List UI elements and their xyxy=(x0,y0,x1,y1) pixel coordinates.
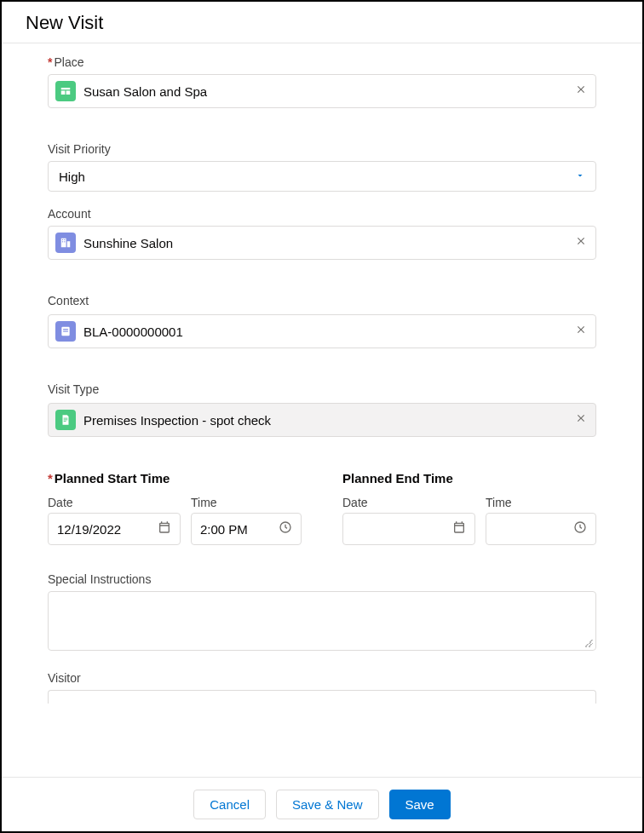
clear-place-icon[interactable] xyxy=(575,83,587,99)
special-instructions-textarea[interactable] xyxy=(48,591,596,651)
lookup-context[interactable]: BLA-0000000001 xyxy=(48,314,596,348)
svg-rect-6 xyxy=(63,330,68,331)
cancel-button[interactable]: Cancel xyxy=(193,790,266,819)
required-indicator: * xyxy=(48,471,53,485)
form-body: *Place Susan Salon and Spa Visit Priorit… xyxy=(2,43,642,771)
label-special-instructions: Special Instructions xyxy=(48,572,596,586)
svg-rect-7 xyxy=(64,418,68,419)
end-time-input-wrap[interactable] xyxy=(486,513,596,545)
svg-rect-8 xyxy=(64,419,68,420)
field-place: *Place Susan Salon and Spa xyxy=(48,55,596,108)
svg-rect-3 xyxy=(64,241,65,242)
planned-start-col: *Planned Start Time Date Time xyxy=(48,471,302,545)
field-visit-type: Visit Type Premises Inspection - spot ch… xyxy=(48,382,596,437)
field-visit-priority: Visit Priority High xyxy=(48,142,596,192)
save-button[interactable]: Save xyxy=(389,790,451,819)
field-special-instructions: Special Instructions xyxy=(48,572,596,651)
svg-rect-5 xyxy=(63,329,68,330)
account-value: Sunshine Salon xyxy=(83,236,173,250)
label-visitor: Visitor xyxy=(48,671,596,685)
place-record-icon xyxy=(55,81,76,101)
start-time-input-wrap[interactable] xyxy=(191,513,302,545)
place-value: Susan Salon and Spa xyxy=(83,84,207,99)
planned-end-heading: Planned End Time xyxy=(342,471,596,485)
lookup-visitor[interactable] xyxy=(48,690,596,704)
clear-account-icon[interactable] xyxy=(575,235,587,250)
priority-value: High xyxy=(59,169,85,184)
calendar-icon[interactable] xyxy=(452,520,466,537)
select-visit-priority[interactable]: High xyxy=(48,161,596,192)
label-place: *Place xyxy=(48,55,596,69)
account-record-icon xyxy=(55,233,76,253)
dropdown-caret-icon xyxy=(575,169,585,184)
field-account: Account Sunshine Salon xyxy=(48,207,596,260)
svg-rect-1 xyxy=(64,239,65,240)
planned-start-heading: *Planned Start Time xyxy=(48,471,302,485)
modal-title: New Visit xyxy=(26,12,618,34)
lookup-place[interactable]: Susan Salon and Spa xyxy=(48,74,596,108)
svg-rect-0 xyxy=(62,239,63,240)
end-date-input[interactable] xyxy=(352,522,447,537)
save-and-new-button[interactable]: Save & New xyxy=(276,790,379,819)
start-date-input[interactable] xyxy=(57,522,152,537)
field-context: Context BLA-0000000001 xyxy=(48,294,596,348)
clear-visit-type-icon[interactable] xyxy=(575,412,587,428)
label-visit-type: Visit Type xyxy=(48,382,596,396)
svg-rect-2 xyxy=(62,241,63,242)
end-date-input-wrap[interactable] xyxy=(342,513,475,545)
clock-icon[interactable] xyxy=(573,520,587,537)
visit-type-value: Premises Inspection - spot check xyxy=(83,413,271,428)
context-record-icon xyxy=(55,321,76,342)
end-time-label: Time xyxy=(486,496,596,509)
start-date-label: Date xyxy=(48,496,181,509)
start-time-input[interactable] xyxy=(200,522,273,537)
modal-footer: Cancel Save & New Save xyxy=(2,777,642,831)
required-indicator: * xyxy=(48,55,52,69)
visit-type-record-icon xyxy=(55,410,76,430)
label-context: Context xyxy=(48,294,596,307)
lookup-visit-type[interactable]: Premises Inspection - spot check xyxy=(48,403,596,437)
calendar-icon[interactable] xyxy=(158,520,171,537)
end-time-input[interactable] xyxy=(495,522,568,537)
planned-end-col: Planned End Time Date Time xyxy=(342,471,596,545)
start-date-input-wrap[interactable] xyxy=(48,513,181,545)
clear-context-icon[interactable] xyxy=(575,324,587,339)
label-visit-priority: Visit Priority xyxy=(48,142,596,156)
end-date-label: Date xyxy=(342,496,475,509)
planned-times-row: *Planned Start Time Date Time xyxy=(48,471,596,545)
start-time-label: Time xyxy=(191,496,302,509)
label-account: Account xyxy=(48,207,596,221)
svg-rect-9 xyxy=(64,421,66,422)
lookup-account[interactable]: Sunshine Salon xyxy=(48,226,596,260)
field-visitor: Visitor xyxy=(48,671,596,704)
context-value: BLA-0000000001 xyxy=(83,325,183,339)
clock-icon[interactable] xyxy=(279,520,292,537)
modal-header: New Visit xyxy=(2,2,642,43)
